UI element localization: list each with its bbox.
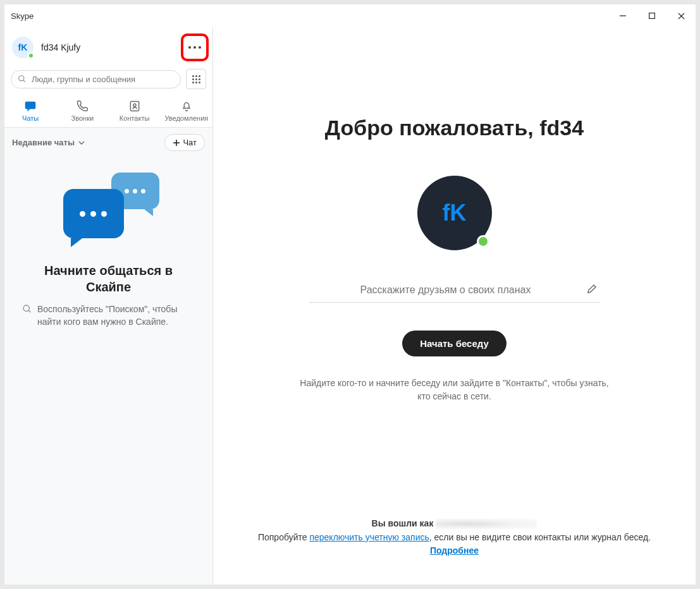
- tab-notifications[interactable]: Уведомления: [161, 95, 212, 127]
- find-someone-text: Найдите кого-то и начните беседу или зай…: [297, 377, 613, 403]
- tab-label: Контакты: [120, 114, 150, 122]
- empty-state: Начните общаться в Скайпе Воспользуйтесь…: [4, 157, 212, 585]
- sidebar: fK fd34 Kjufy: [4, 27, 213, 585]
- ellipsis-icon: [188, 46, 201, 49]
- minimize-button[interactable]: [608, 4, 637, 27]
- maximize-button[interactable]: [637, 4, 666, 27]
- search-box[interactable]: [11, 70, 181, 88]
- calls-icon: [75, 99, 89, 113]
- main-pane: Добро пожаловать, fd34 fK Начать беседу …: [213, 27, 696, 585]
- chat-bubbles-illustration: [58, 173, 159, 255]
- search-icon: [22, 304, 32, 316]
- contacts-icon: [128, 99, 142, 113]
- footer-block: Вы вошли как Попробуйте переключить учет…: [252, 517, 657, 558]
- signed-in-row: Вы вошли как: [252, 517, 657, 531]
- plus-icon: [173, 139, 180, 147]
- search-icon: [18, 75, 27, 83]
- tab-label: Чаты: [22, 114, 39, 122]
- chats-icon: [23, 99, 37, 113]
- presence-indicator: [477, 235, 489, 248]
- status-row: [309, 278, 600, 303]
- switch-account-link[interactable]: переключить учетную запись: [309, 532, 429, 542]
- skype-window: Skype fK fd34 Kjufy: [0, 0, 700, 589]
- svg-rect-6: [25, 102, 36, 109]
- svg-point-9: [133, 104, 136, 106]
- learn-more-link[interactable]: Подробнее: [430, 545, 479, 556]
- svg-line-13: [28, 310, 30, 312]
- search-row: [4, 68, 212, 95]
- profile-row: fK fd34 Kjufy: [4, 27, 212, 68]
- dialpad-icon: [192, 75, 200, 83]
- try-suffix: , если вы не видите свои контакты или жу…: [429, 532, 651, 542]
- empty-title: Начните общаться в Скайпе: [22, 262, 195, 295]
- empty-subtitle: Воспользуйтесь "Поиском", чтобы найти ко…: [37, 303, 195, 329]
- signed-in-account-redacted: [436, 519, 537, 529]
- more-button[interactable]: [182, 35, 207, 60]
- presence-indicator: [28, 52, 34, 59]
- avatar-large-wrap: fK: [417, 176, 492, 250]
- recent-chats-label: Недавние чаты: [12, 138, 75, 147]
- avatar-large-initials: fK: [443, 200, 467, 226]
- svg-line-5: [23, 80, 25, 82]
- recent-chats-dropdown[interactable]: Недавние чаты: [12, 138, 85, 147]
- title-bar: Skype: [4, 4, 696, 27]
- dialpad-button[interactable]: [186, 69, 206, 89]
- profile-name[interactable]: fd34 Kjufy: [41, 42, 182, 52]
- avatar-initials: fK: [18, 42, 28, 52]
- svg-rect-1: [649, 13, 655, 19]
- svg-point-4: [19, 76, 24, 81]
- new-chat-button[interactable]: Чат: [164, 134, 205, 151]
- switch-account-row: Попробуйте переключить учетную запись, е…: [252, 531, 657, 545]
- pencil-icon[interactable]: [586, 283, 598, 297]
- signed-in-prefix: Вы вошли как: [372, 517, 434, 531]
- tab-calls[interactable]: Звонки: [56, 95, 108, 127]
- welcome-title: Добро пожаловать, fd34: [325, 116, 584, 140]
- tab-contacts[interactable]: Контакты: [109, 95, 161, 127]
- window-title: Skype: [11, 11, 34, 21]
- try-prefix: Попробуйте: [258, 532, 309, 542]
- svg-point-12: [23, 305, 29, 311]
- new-chat-label: Чат: [183, 138, 197, 147]
- svg-marker-7: [28, 109, 31, 112]
- avatar[interactable]: fK: [12, 37, 34, 58]
- search-input[interactable]: [32, 75, 174, 84]
- start-conversation-button[interactable]: Начать беседу: [402, 331, 507, 356]
- tab-chats[interactable]: Чаты: [4, 95, 56, 127]
- recent-chats-row: Недавние чаты Чат: [4, 128, 212, 157]
- bell-icon: [180, 99, 193, 113]
- chevron-down-icon: [78, 140, 85, 146]
- status-input[interactable]: [312, 284, 580, 296]
- close-button[interactable]: [666, 4, 696, 27]
- tab-label: Уведомления: [164, 114, 208, 122]
- tab-label: Звонки: [71, 114, 94, 122]
- tabs: Чаты Звонки Контакты: [4, 95, 212, 128]
